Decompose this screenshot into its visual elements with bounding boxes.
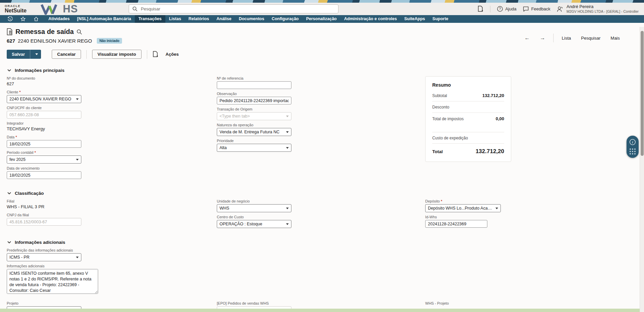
operation-nature-select[interactable]: Venda de M. Entrega Futura NC — [217, 128, 291, 136]
nav-item-configuracao[interactable]: Configuração — [268, 15, 303, 23]
button-group-divider — [86, 50, 87, 59]
chevron-down-icon — [7, 69, 11, 72]
new-document-icon[interactable] — [478, 6, 483, 12]
global-search[interactable] — [129, 4, 338, 13]
additional-info-label: Informações adicionais — [7, 264, 98, 268]
chevron-down-icon — [286, 116, 289, 117]
nav-item-suiteapps[interactable]: SuiteApps — [401, 15, 429, 23]
date-field[interactable] — [7, 140, 81, 148]
record-name: 2240 EDNILSON XAVIER REGO — [18, 38, 92, 44]
nav-item-listas[interactable]: Listas — [165, 15, 185, 23]
warehouse-label: Depósito * — [425, 199, 501, 203]
whs-logo-text: HS — [63, 3, 78, 15]
summary-taxes-row: Total de impostos0,00 — [432, 113, 504, 124]
priority-select[interactable]: Alta — [217, 144, 291, 152]
more-link[interactable]: Mais — [611, 36, 620, 41]
whs-project-label: WHS - Projeto — [425, 301, 501, 305]
due-date-field[interactable] — [7, 171, 81, 179]
scrollbar-thumb[interactable] — [641, 31, 644, 156]
record-document-icon — [7, 28, 12, 35]
nav-item-administracao[interactable]: Administração e controles — [340, 15, 401, 23]
page-title: Remessa de saída — [15, 28, 74, 36]
feedback-button[interactable]: Feedback — [523, 6, 550, 12]
additional-preset-select[interactable]: ICMS - PR — [7, 253, 81, 261]
search-link[interactable]: Pesquisar — [581, 36, 601, 41]
epo-sales-orders-label: [EPO] Pedidos de vendas WHS — [217, 301, 291, 305]
summary-panel: Resumo Subtotal132.712,20 Desconto Total… — [425, 76, 511, 162]
idwhs-label: Id-Whs — [425, 215, 501, 219]
whs-logo-w-icon — [41, 3, 62, 15]
global-search-input[interactable] — [140, 6, 335, 12]
oracle-wordmark: ORACLE — [5, 5, 27, 8]
search-icon — [132, 6, 137, 11]
apps-grid-icon[interactable] — [630, 148, 636, 154]
note-field[interactable] — [217, 97, 291, 104]
section-classification-header[interactable]: Classificação — [7, 191, 644, 196]
side-help-widget[interactable]: i — [627, 136, 639, 158]
summary-shipping-row: Custo de expedição — [432, 132, 504, 144]
record-number: 627 — [7, 38, 15, 44]
list-link[interactable]: Lista — [562, 36, 571, 41]
nav-item-nsl-automacao-bancaria[interactable]: [NSL] Automação Bancária — [73, 15, 135, 23]
svg-text:i: i — [632, 140, 633, 144]
user-menu[interactable]: André Pereira M2GV HOLDING LTDA - [GERAL… — [557, 4, 639, 14]
operation-nature-label: Natureza da operação — [217, 123, 291, 127]
info-icon[interactable]: i — [629, 139, 636, 145]
summary-title: Resumo — [432, 82, 504, 88]
nav-item-documentos[interactable]: Documentos — [235, 15, 268, 23]
nav-item-analise[interactable]: Análise — [213, 15, 235, 23]
footer-strip — [0, 309, 640, 312]
section-additional-title: Informações adicionais — [15, 240, 65, 245]
svg-text:?: ? — [499, 7, 501, 11]
status-badge: Não iniciado — [97, 38, 122, 44]
customer-select[interactable]: 2240 EDNILSON XAVIER REGO — [7, 95, 81, 103]
save-dropdown-button[interactable] — [30, 50, 41, 59]
help-button[interactable]: ? Ajuda — [497, 6, 516, 12]
favorites-star-icon[interactable] — [16, 16, 30, 21]
actions-menu-button[interactable]: Ações — [166, 52, 179, 57]
new-document-action-icon[interactable] — [153, 51, 158, 58]
user-role: M2GV HOLDING LTDA - [GERAL] - Controller — [566, 9, 639, 14]
required-asterisk: * — [15, 135, 17, 139]
nav-item-personalizacao[interactable]: Personalização — [303, 15, 340, 23]
summary-discount-row: Desconto — [432, 101, 504, 113]
home-icon[interactable] — [30, 16, 43, 21]
additional-info-textarea[interactable]: ICMS ISENTO conforme item 65, anexo V no… — [7, 269, 98, 294]
save-button[interactable]: Salvar — [7, 50, 30, 59]
chevron-down-icon — [76, 159, 79, 161]
record-toolbar: ← → Lista Pesquisar Mais — [524, 34, 620, 42]
main-nav: Atividades [NSL] Automação Bancária Tran… — [0, 15, 644, 23]
cancel-button[interactable]: Cancelar — [52, 50, 81, 59]
chevron-down-icon — [495, 208, 498, 209]
title-search-icon[interactable] — [77, 29, 82, 35]
warehouse-select[interactable]: Depósito WHS Lo...Produto Acabado — [425, 204, 501, 212]
next-record-arrow-icon[interactable]: → — [540, 35, 545, 41]
cost-center-label: Centro de Custo — [217, 215, 291, 219]
oracle-netsuite-logo[interactable]: ORACLE NetSuite — [0, 5, 27, 13]
feedback-label: Feedback — [531, 6, 550, 11]
due-date-label: Data de vencimento — [7, 166, 81, 170]
reference-number-field[interactable] — [217, 81, 291, 89]
accounting-period-select[interactable]: fev 2025 — [7, 155, 81, 164]
nav-item-suporte[interactable]: Suporte — [429, 15, 452, 23]
branch-value: WHS - FILIAL 3 PR — [7, 204, 81, 209]
required-asterisk: * — [35, 150, 36, 154]
doc-number-value: 627 — [7, 81, 81, 86]
branch-cnpj-field — [7, 218, 81, 226]
cost-center-select[interactable]: OPERAÇÃO : Estoque — [217, 220, 291, 228]
nav-item-atividades[interactable]: Atividades — [45, 15, 73, 23]
integrator-value: TECHSAVY Energy — [7, 126, 81, 131]
history-icon[interactable] — [3, 16, 16, 21]
nav-item-transacoes[interactable]: Transações — [135, 15, 165, 23]
chevron-down-icon — [35, 53, 38, 55]
nav-item-relatorios[interactable]: Relatórios — [185, 15, 213, 23]
idwhs-field[interactable] — [425, 220, 487, 228]
section-additional-header[interactable]: Informações adicionais — [7, 240, 644, 245]
business-unit-select[interactable]: WHS — [217, 204, 291, 212]
previous-record-arrow-icon[interactable]: ← — [524, 35, 530, 41]
vertical-scrollbar[interactable] — [640, 27, 644, 312]
whs-company-logo[interactable]: HS — [41, 3, 78, 15]
preview-tax-button[interactable]: Visualizar imposto — [92, 50, 142, 59]
section-main-header[interactable]: Informações principais — [7, 68, 644, 73]
date-label: Data * — [7, 135, 81, 139]
